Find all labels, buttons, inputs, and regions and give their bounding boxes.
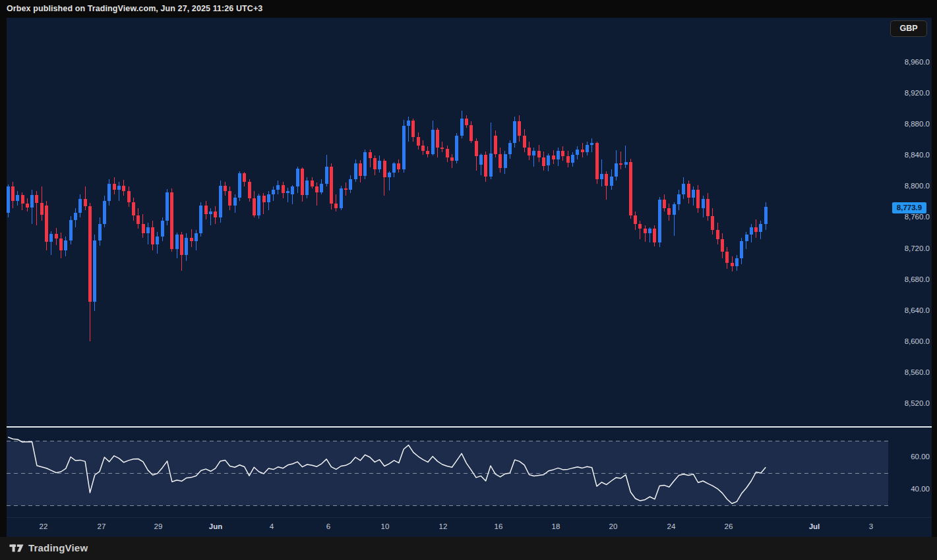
tradingview-wordmark: TradingView (28, 542, 88, 553)
date-tick-label: 22 (40, 522, 48, 530)
date-tick-label: 20 (609, 522, 618, 530)
price-tick-label: 8,560.0 (884, 368, 930, 376)
price-tick-label: 8,680.0 (884, 275, 930, 283)
tradingview-logo[interactable]: TradingView (9, 542, 88, 553)
date-tick-label: 12 (439, 522, 448, 530)
date-tick-label: 27 (98, 522, 106, 530)
rsi-tick-label: 40.00 (884, 485, 930, 493)
price-tick-label: 8,960.0 (884, 58, 930, 66)
price-tick-label: 8,880.0 (884, 120, 930, 128)
price-tick-label: 8,600.0 (884, 337, 930, 345)
date-tick-label: 3 (869, 522, 873, 530)
publication-topbar: Orbex published on TradingView.com, Jun … (0, 0, 937, 18)
price-tick-label: 8,760.0 (884, 213, 930, 221)
price-tick-label: 8,520.0 (884, 399, 930, 407)
date-tick-label: 4 (270, 522, 274, 530)
tradingview-mark-icon (9, 543, 24, 553)
date-tick-label: Jul (809, 522, 820, 530)
date-tick-label: 18 (552, 522, 560, 530)
footer-bar: TradingView (0, 537, 937, 560)
symbol-badge[interactable]: GBP (890, 20, 927, 37)
page: Orbex published on TradingView.com, Jun … (0, 0, 937, 560)
date-tick-label: 26 (725, 522, 733, 530)
date-tick-label: 29 (154, 522, 163, 530)
date-tick-label: 6 (326, 522, 330, 530)
date-tick-label: Jun (209, 522, 222, 530)
price-and-rsi-plot[interactable] (7, 18, 932, 537)
last-price-badge: 8,773.9 (892, 202, 926, 213)
price-tick-label: 8,920.0 (884, 89, 930, 97)
publication-title: Orbex published on TradingView.com, Jun … (7, 4, 262, 13)
price-tick-label: 8,720.0 (884, 244, 930, 252)
price-tick-label: 8,840.0 (884, 151, 930, 159)
price-tick-label: 8,800.0 (884, 182, 930, 190)
rsi-tick-label: 60.00 (884, 453, 930, 461)
date-tick-label: 16 (495, 522, 503, 530)
chart-region[interactable]: 8,960.08,920.08,880.08,840.08,800.08,760… (7, 18, 932, 537)
price-tick-label: 8,640.0 (884, 306, 930, 314)
date-tick-label: 24 (667, 522, 676, 530)
date-tick-label: 10 (381, 522, 390, 530)
